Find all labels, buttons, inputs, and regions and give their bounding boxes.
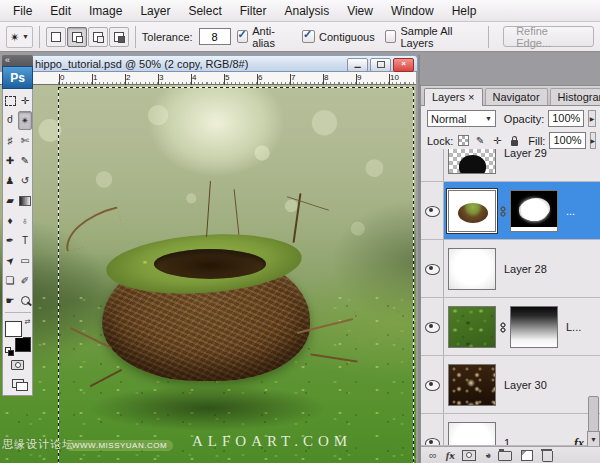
- layer-thumbnail[interactable]: [448, 248, 496, 290]
- fill-value[interactable]: 100%: [549, 132, 585, 149]
- scrollbar-thumb[interactable]: [588, 396, 599, 432]
- blend-mode-select[interactable]: Normal ▼: [427, 110, 496, 127]
- layer-thumbnail[interactable]: [448, 190, 496, 232]
- crop-tool[interactable]: ♯: [3, 131, 17, 150]
- eye-toggle[interactable]: [421, 356, 444, 414]
- toolbox-collapse-button[interactable]: «: [2, 55, 33, 66]
- tab-navigator[interactable]: Navigator: [485, 88, 548, 105]
- move-tool[interactable]: ✛: [18, 91, 32, 110]
- background-color-swatch[interactable]: [15, 337, 31, 352]
- eye-toggle[interactable]: [421, 298, 444, 356]
- brush-tool[interactable]: ✎: [18, 151, 32, 170]
- magic-wand-tool[interactable]: ✴: [18, 111, 32, 130]
- close-button[interactable]: ×: [393, 58, 414, 72]
- crop-icon: ♯: [8, 135, 13, 146]
- new-selection-button[interactable]: [46, 27, 66, 47]
- hand-tool[interactable]: ☛: [3, 291, 17, 310]
- shape-tool[interactable]: ▭: [18, 251, 32, 270]
- menu-window[interactable]: Window: [382, 2, 443, 20]
- layer-mask-thumbnail[interactable]: [510, 190, 558, 232]
- layer-row[interactable]: ...: [421, 182, 600, 240]
- lock-transparency-icon[interactable]: [457, 135, 469, 147]
- pen-tool[interactable]: ✒: [3, 231, 17, 250]
- menu-filter[interactable]: Filter: [231, 2, 276, 20]
- tolerance-input[interactable]: [199, 28, 231, 45]
- add-mask-button[interactable]: [462, 448, 476, 462]
- clone-stamp-tool[interactable]: ♟: [3, 171, 17, 190]
- checkbox-contiguous[interactable]: Contiguous: [302, 30, 375, 43]
- intersect-selection-button[interactable]: [109, 27, 129, 47]
- horizontal-ruler: 012345678910: [0, 72, 416, 85]
- menu-image[interactable]: Image: [80, 2, 131, 20]
- layer-row[interactable]: Layer 29: [421, 149, 600, 182]
- menu-select[interactable]: Select: [179, 2, 230, 20]
- delete-button[interactable]: [542, 448, 553, 462]
- layer-thumbnail[interactable]: [448, 306, 496, 348]
- new-layer-button[interactable]: [521, 448, 533, 462]
- eraser-tool[interactable]: ▰: [3, 191, 17, 210]
- refine-edge-button[interactable]: Refine Edge...: [503, 26, 594, 47]
- dodge-tool[interactable]: ♁: [18, 211, 32, 230]
- layer-row[interactable]: 1fx: [421, 414, 600, 446]
- gradient-tool[interactable]: [18, 191, 32, 210]
- slice-tool[interactable]: ✄: [18, 131, 32, 150]
- opacity-flyout-arrow[interactable]: ▶: [588, 110, 596, 127]
- tab-histogram[interactable]: Histogram: [550, 88, 600, 105]
- hand-icon: ☛: [6, 295, 15, 306]
- layer-thumbnail[interactable]: [448, 422, 496, 446]
- history-brush-tool[interactable]: ↺: [18, 171, 32, 190]
- canvas[interactable]: 思缘设计论坛 WWW.MISSYUAN.COM ALFOART.COM: [0, 85, 416, 463]
- link-button[interactable]: ∞: [429, 448, 437, 462]
- layer-thumbnail[interactable]: [448, 364, 496, 406]
- layers-scrollbar[interactable]: ▼: [587, 149, 600, 447]
- new-group-button[interactable]: [498, 448, 512, 462]
- swap-colors-icon[interactable]: ⇄: [25, 318, 31, 326]
- adjustment-button[interactable]: ◑▾: [485, 448, 489, 462]
- eye-toggle[interactable]: [421, 182, 444, 240]
- default-colors-icon[interactable]: [5, 347, 13, 354]
- eyedropper-tool[interactable]: ✐: [18, 271, 32, 290]
- foreground-color-swatch[interactable]: [5, 321, 22, 337]
- healing-brush-tool[interactable]: ✚: [3, 151, 17, 170]
- checkbox-anti-alias[interactable]: Anti-alias: [237, 25, 292, 49]
- menu-file[interactable]: File: [4, 2, 41, 20]
- menu-layer[interactable]: Layer: [131, 2, 179, 20]
- menu-view[interactable]: View: [338, 2, 382, 20]
- layer-row[interactable]: Layer 28: [421, 240, 600, 298]
- layer-row[interactable]: Layer 30: [421, 356, 600, 414]
- layer-mask-thumbnail[interactable]: [510, 306, 558, 348]
- screen-mode-button[interactable]: [9, 376, 27, 390]
- type-tool[interactable]: T: [18, 231, 32, 250]
- mask-shape: [521, 199, 548, 221]
- lock-paint-icon[interactable]: ✎: [474, 135, 486, 147]
- add-to-selection-button[interactable]: [67, 27, 87, 47]
- menu-analysis[interactable]: Analysis: [275, 2, 338, 20]
- eye-toggle[interactable]: [421, 414, 444, 446]
- maximize-button[interactable]: [370, 58, 391, 72]
- tool-preset-picker[interactable]: ✴ ▼: [6, 26, 33, 48]
- document-titlebar[interactable]: hippo_tutorial.psd @ 50% (2 copy, RGB/8#…: [28, 55, 418, 72]
- scroll-down-button[interactable]: ▼: [587, 431, 600, 447]
- zoom-tool[interactable]: [18, 291, 32, 310]
- eye-toggle[interactable]: [421, 240, 444, 298]
- notes-tool[interactable]: ❏: [3, 271, 17, 290]
- subtract-from-selection-button[interactable]: [88, 27, 108, 47]
- rectangular-marquee-tool[interactable]: [3, 91, 17, 110]
- lock-all-icon[interactable]: [508, 135, 520, 147]
- opacity-value[interactable]: 100%: [548, 110, 584, 127]
- checkbox-sample-all-layers[interactable]: Sample All Layers: [385, 25, 479, 49]
- quick-mask-button[interactable]: [9, 358, 27, 372]
- layer-row[interactable]: L...: [421, 298, 600, 356]
- path-selection-tool[interactable]: ➤: [3, 251, 17, 270]
- tab-layers[interactable]: Layers ×: [424, 88, 483, 106]
- lasso-tool[interactable]: ρ: [3, 111, 17, 130]
- menu-edit[interactable]: Edit: [41, 2, 80, 20]
- minimize-button[interactable]: ▁: [347, 58, 368, 72]
- fill-flyout-arrow[interactable]: ▶: [590, 132, 597, 149]
- menu-help[interactable]: Help: [443, 2, 486, 20]
- layer-style-button[interactable]: fx▾: [446, 448, 453, 462]
- lock-move-icon[interactable]: ✛: [491, 135, 503, 147]
- layer-thumbnail[interactable]: [448, 149, 496, 174]
- blur-tool[interactable]: ♦: [3, 211, 17, 230]
- eye-toggle[interactable]: [421, 149, 444, 182]
